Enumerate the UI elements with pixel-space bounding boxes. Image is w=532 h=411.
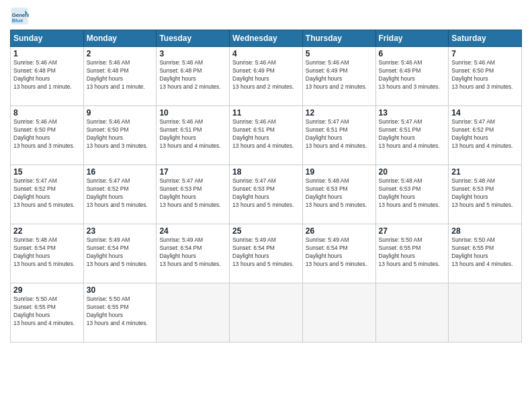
calendar-cell: 12Sunrise: 5:47 AMSunset: 6:51 PMDayligh…	[302, 106, 375, 165]
calendar-cell: 7Sunrise: 5:46 AMSunset: 6:50 PMDaylight…	[449, 47, 522, 106]
day-number: 9	[87, 108, 154, 118]
calendar-cell: 10Sunrise: 5:46 AMSunset: 6:51 PMDayligh…	[157, 106, 230, 165]
day-number: 3	[159, 49, 226, 58]
day-number: 17	[159, 167, 226, 177]
day-number: 4	[232, 49, 300, 58]
day-number: 11	[232, 108, 300, 118]
calendar-week-row: 22Sunrise: 5:48 AMSunset: 6:54 PMDayligh…	[11, 224, 522, 283]
calendar-cell: 25Sunrise: 5:49 AMSunset: 6:54 PMDayligh…	[230, 224, 303, 283]
day-info: Sunrise: 5:46 AMSunset: 6:49 PMDaylight …	[232, 59, 300, 91]
calendar-cell: 16Sunrise: 5:47 AMSunset: 6:52 PMDayligh…	[83, 165, 157, 224]
day-info: Sunrise: 5:48 AMSunset: 6:53 PMDaylight …	[379, 177, 446, 210]
day-number: 5	[306, 49, 373, 58]
day-info: Sunrise: 5:47 AMSunset: 6:52 PMDaylight …	[13, 177, 81, 210]
day-info: Sunrise: 5:50 AMSunset: 6:55 PMDaylight …	[379, 236, 446, 269]
header: General Blue	[10, 7, 522, 26]
calendar-cell: 30Sunrise: 5:50 AMSunset: 6:55 PMDayligh…	[83, 283, 157, 342]
day-number: 22	[13, 226, 81, 236]
calendar-cell: 27Sunrise: 5:50 AMSunset: 6:55 PMDayligh…	[375, 224, 449, 283]
calendar-cell: 13Sunrise: 5:47 AMSunset: 6:51 PMDayligh…	[375, 106, 449, 165]
calendar-week-row: 29Sunrise: 5:50 AMSunset: 6:55 PMDayligh…	[11, 283, 522, 342]
page: General Blue SundayMondayTuesdayWednesda…	[0, 0, 532, 411]
svg-text:Blue: Blue	[12, 17, 24, 24]
day-number: 26	[306, 226, 373, 236]
dow-header: Tuesday	[157, 30, 230, 47]
day-info: Sunrise: 5:48 AMSunset: 6:53 PMDaylight …	[306, 177, 373, 210]
day-info: Sunrise: 5:46 AMSunset: 6:51 PMDaylight …	[159, 118, 226, 150]
day-number: 13	[379, 108, 446, 118]
day-number: 18	[232, 167, 300, 177]
day-info: Sunrise: 5:47 AMSunset: 6:51 PMDaylight …	[306, 118, 373, 150]
calendar-cell	[157, 283, 230, 342]
calendar-cell	[449, 283, 522, 342]
calendar-cell: 22Sunrise: 5:48 AMSunset: 6:54 PMDayligh…	[11, 224, 84, 283]
day-info: Sunrise: 5:47 AMSunset: 6:53 PMDaylight …	[232, 177, 300, 210]
day-info: Sunrise: 5:47 AMSunset: 6:52 PMDaylight …	[451, 118, 519, 150]
day-number: 8	[13, 108, 81, 118]
day-number: 16	[87, 167, 154, 177]
day-number: 20	[379, 167, 446, 177]
calendar-cell: 26Sunrise: 5:49 AMSunset: 6:54 PMDayligh…	[302, 224, 375, 283]
day-info: Sunrise: 5:49 AMSunset: 6:54 PMDaylight …	[232, 236, 300, 269]
day-info: Sunrise: 5:46 AMSunset: 6:48 PMDaylight …	[87, 59, 154, 91]
calendar-cell: 28Sunrise: 5:50 AMSunset: 6:55 PMDayligh…	[449, 224, 522, 283]
day-number: 24	[159, 226, 226, 236]
calendar-cell: 1Sunrise: 5:46 AMSunset: 6:48 PMDaylight…	[11, 47, 84, 106]
dow-header: Thursday	[302, 30, 375, 47]
calendar-week-row: 8Sunrise: 5:46 AMSunset: 6:50 PMDaylight…	[11, 106, 522, 165]
calendar-cell: 8Sunrise: 5:46 AMSunset: 6:50 PMDaylight…	[11, 106, 84, 165]
calendar-cell	[375, 283, 449, 342]
day-info: Sunrise: 5:47 AMSunset: 6:53 PMDaylight …	[159, 177, 226, 210]
calendar-cell: 19Sunrise: 5:48 AMSunset: 6:53 PMDayligh…	[302, 165, 375, 224]
calendar-body: 1Sunrise: 5:46 AMSunset: 6:48 PMDaylight…	[11, 47, 522, 342]
day-of-week-row: SundayMondayTuesdayWednesdayThursdayFrid…	[11, 30, 522, 47]
calendar-cell: 21Sunrise: 5:48 AMSunset: 6:53 PMDayligh…	[449, 165, 522, 224]
day-number: 14	[451, 108, 519, 118]
day-info: Sunrise: 5:49 AMSunset: 6:54 PMDaylight …	[87, 236, 154, 269]
day-number: 6	[379, 49, 446, 58]
logo: General Blue	[10, 7, 32, 26]
calendar-cell: 23Sunrise: 5:49 AMSunset: 6:54 PMDayligh…	[83, 224, 157, 283]
day-info: Sunrise: 5:48 AMSunset: 6:53 PMDaylight …	[451, 177, 519, 210]
calendar-cell: 5Sunrise: 5:46 AMSunset: 6:49 PMDaylight…	[302, 47, 375, 106]
day-number: 19	[306, 167, 373, 177]
day-info: Sunrise: 5:49 AMSunset: 6:54 PMDaylight …	[306, 236, 373, 269]
day-number: 1	[13, 49, 81, 58]
calendar-cell: 29Sunrise: 5:50 AMSunset: 6:55 PMDayligh…	[11, 283, 84, 342]
calendar-cell: 11Sunrise: 5:46 AMSunset: 6:51 PMDayligh…	[230, 106, 303, 165]
calendar-cell: 2Sunrise: 5:46 AMSunset: 6:48 PMDaylight…	[83, 47, 157, 106]
day-info: Sunrise: 5:46 AMSunset: 6:51 PMDaylight …	[232, 118, 300, 150]
calendar-cell: 18Sunrise: 5:47 AMSunset: 6:53 PMDayligh…	[230, 165, 303, 224]
calendar-week-row: 15Sunrise: 5:47 AMSunset: 6:52 PMDayligh…	[11, 165, 522, 224]
dow-header: Sunday	[11, 30, 84, 47]
calendar-cell	[230, 283, 303, 342]
dow-header: Monday	[83, 30, 157, 47]
day-info: Sunrise: 5:46 AMSunset: 6:48 PMDaylight …	[159, 59, 226, 91]
day-info: Sunrise: 5:47 AMSunset: 6:52 PMDaylight …	[87, 177, 154, 210]
day-number: 27	[379, 226, 446, 236]
day-info: Sunrise: 5:50 AMSunset: 6:55 PMDaylight …	[451, 236, 519, 269]
calendar-cell: 3Sunrise: 5:46 AMSunset: 6:48 PMDaylight…	[157, 47, 230, 106]
day-info: Sunrise: 5:46 AMSunset: 6:50 PMDaylight …	[451, 59, 519, 91]
day-info: Sunrise: 5:46 AMSunset: 6:49 PMDaylight …	[306, 59, 373, 91]
day-number: 21	[451, 167, 519, 177]
day-info: Sunrise: 5:46 AMSunset: 6:48 PMDaylight …	[13, 59, 81, 91]
day-number: 25	[232, 226, 300, 236]
calendar-week-row: 1Sunrise: 5:46 AMSunset: 6:48 PMDaylight…	[11, 47, 522, 106]
day-info: Sunrise: 5:46 AMSunset: 6:49 PMDaylight …	[379, 59, 446, 91]
day-number: 23	[87, 226, 154, 236]
day-number: 12	[306, 108, 373, 118]
calendar-cell: 24Sunrise: 5:49 AMSunset: 6:54 PMDayligh…	[157, 224, 230, 283]
day-info: Sunrise: 5:46 AMSunset: 6:50 PMDaylight …	[13, 118, 81, 150]
day-info: Sunrise: 5:49 AMSunset: 6:54 PMDaylight …	[159, 236, 226, 269]
calendar-cell: 20Sunrise: 5:48 AMSunset: 6:53 PMDayligh…	[375, 165, 449, 224]
dow-header: Saturday	[449, 30, 522, 47]
logo-icon: General Blue	[10, 7, 29, 26]
day-number: 28	[451, 226, 519, 236]
day-info: Sunrise: 5:50 AMSunset: 6:55 PMDaylight …	[13, 295, 81, 328]
calendar-cell: 14Sunrise: 5:47 AMSunset: 6:52 PMDayligh…	[449, 106, 522, 165]
calendar-cell: 6Sunrise: 5:46 AMSunset: 6:49 PMDaylight…	[375, 47, 449, 106]
day-number: 10	[159, 108, 226, 118]
calendar-cell: 17Sunrise: 5:47 AMSunset: 6:53 PMDayligh…	[157, 165, 230, 224]
day-info: Sunrise: 5:50 AMSunset: 6:55 PMDaylight …	[87, 295, 154, 328]
